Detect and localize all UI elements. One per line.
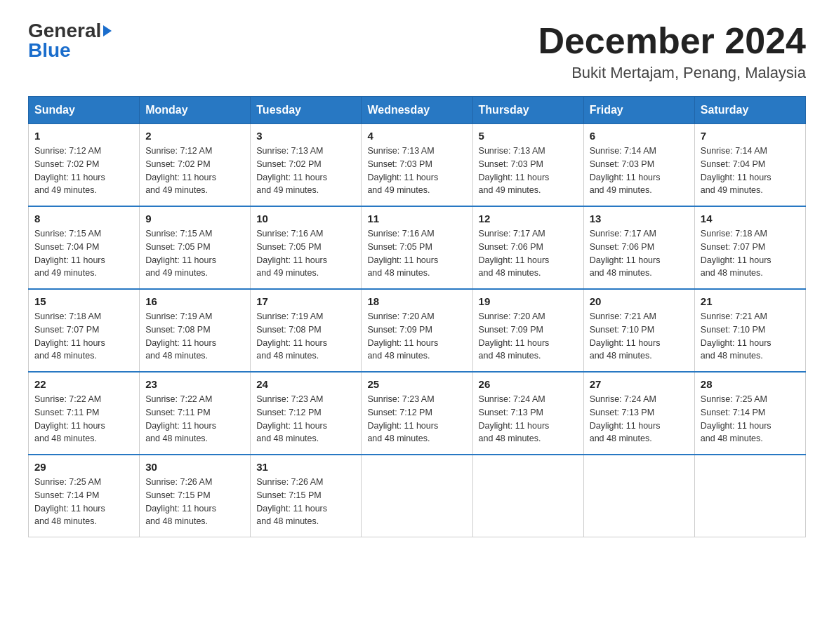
day-info: Sunrise: 7:22 AMSunset: 7:11 PMDaylight:… xyxy=(34,393,133,445)
day-info: Sunrise: 7:23 AMSunset: 7:12 PMDaylight:… xyxy=(367,393,466,445)
day-number: 18 xyxy=(367,295,466,307)
calendar-header-saturday: Saturday xyxy=(694,97,805,124)
day-number: 13 xyxy=(590,213,689,224)
day-number: 26 xyxy=(479,378,578,390)
calendar-header-sunday: Sunday xyxy=(29,97,140,124)
day-number: 17 xyxy=(256,295,355,307)
day-info: Sunrise: 7:23 AMSunset: 7:12 PMDaylight:… xyxy=(256,393,355,445)
day-info: Sunrise: 7:15 AMSunset: 7:05 PMDaylight:… xyxy=(145,227,244,280)
calendar-cell: 22Sunrise: 7:22 AMSunset: 7:11 PMDayligh… xyxy=(29,372,140,455)
day-info: Sunrise: 7:17 AMSunset: 7:06 PMDaylight:… xyxy=(479,227,578,280)
calendar-cell: 11Sunrise: 7:16 AMSunset: 7:05 PMDayligh… xyxy=(362,206,472,289)
calendar-header-wednesday: Wednesday xyxy=(362,97,472,124)
calendar-header-thursday: Thursday xyxy=(472,97,583,124)
day-number: 14 xyxy=(701,213,800,224)
day-number: 7 xyxy=(701,130,800,142)
calendar-cell: 18Sunrise: 7:20 AMSunset: 7:09 PMDayligh… xyxy=(362,289,472,372)
calendar-cell: 16Sunrise: 7:19 AMSunset: 7:08 PMDayligh… xyxy=(140,289,251,372)
day-number: 3 xyxy=(256,130,355,142)
month-title: December 2024 xyxy=(538,21,806,61)
day-info: Sunrise: 7:18 AMSunset: 7:07 PMDaylight:… xyxy=(701,227,800,280)
day-info: Sunrise: 7:16 AMSunset: 7:05 PMDaylight:… xyxy=(256,227,355,280)
day-number: 9 xyxy=(145,213,244,224)
calendar-cell: 23Sunrise: 7:22 AMSunset: 7:11 PMDayligh… xyxy=(140,372,251,455)
day-number: 22 xyxy=(34,378,133,390)
day-info: Sunrise: 7:26 AMSunset: 7:15 PMDaylight:… xyxy=(145,476,244,528)
calendar-cell: 7Sunrise: 7:14 AMSunset: 7:04 PMDaylight… xyxy=(694,124,805,207)
day-info: Sunrise: 7:20 AMSunset: 7:09 PMDaylight:… xyxy=(367,310,466,363)
day-info: Sunrise: 7:14 AMSunset: 7:04 PMDaylight:… xyxy=(701,145,800,197)
calendar-cell xyxy=(362,455,472,537)
day-number: 8 xyxy=(34,213,133,224)
day-number: 4 xyxy=(367,130,466,142)
day-number: 30 xyxy=(145,461,244,473)
logo: General Blue xyxy=(28,21,112,60)
day-info: Sunrise: 7:24 AMSunset: 7:13 PMDaylight:… xyxy=(479,393,578,445)
day-number: 24 xyxy=(256,378,355,390)
calendar-cell: 6Sunrise: 7:14 AMSunset: 7:03 PMDaylight… xyxy=(583,124,694,207)
day-number: 2 xyxy=(145,130,244,142)
day-number: 12 xyxy=(479,213,578,224)
calendar-cell: 26Sunrise: 7:24 AMSunset: 7:13 PMDayligh… xyxy=(472,372,583,455)
calendar-cell: 30Sunrise: 7:26 AMSunset: 7:15 PMDayligh… xyxy=(140,455,251,537)
calendar-header-tuesday: Tuesday xyxy=(251,97,362,124)
day-number: 21 xyxy=(701,295,800,307)
day-info: Sunrise: 7:22 AMSunset: 7:11 PMDaylight:… xyxy=(145,393,244,445)
calendar-week-row: 15Sunrise: 7:18 AMSunset: 7:07 PMDayligh… xyxy=(29,289,806,372)
calendar-cell: 27Sunrise: 7:24 AMSunset: 7:13 PMDayligh… xyxy=(583,372,694,455)
calendar-header-row: SundayMondayTuesdayWednesdayThursdayFrid… xyxy=(29,97,806,124)
day-number: 27 xyxy=(590,378,689,390)
calendar-cell: 5Sunrise: 7:13 AMSunset: 7:03 PMDaylight… xyxy=(472,124,583,207)
day-info: Sunrise: 7:21 AMSunset: 7:10 PMDaylight:… xyxy=(701,310,800,363)
calendar-cell xyxy=(472,455,583,537)
title-section: December 2024 Bukit Mertajam, Penang, Ma… xyxy=(538,21,806,82)
logo-general-text: General xyxy=(28,21,101,41)
calendar-cell: 20Sunrise: 7:21 AMSunset: 7:10 PMDayligh… xyxy=(583,289,694,372)
calendar-cell xyxy=(583,455,694,537)
calendar-cell: 4Sunrise: 7:13 AMSunset: 7:03 PMDaylight… xyxy=(362,124,472,207)
page-header: General Blue December 2024 Bukit Mertaja… xyxy=(28,21,806,82)
day-info: Sunrise: 7:20 AMSunset: 7:09 PMDaylight:… xyxy=(479,310,578,363)
calendar-cell: 25Sunrise: 7:23 AMSunset: 7:12 PMDayligh… xyxy=(362,372,472,455)
day-info: Sunrise: 7:25 AMSunset: 7:14 PMDaylight:… xyxy=(34,476,133,528)
day-info: Sunrise: 7:13 AMSunset: 7:02 PMDaylight:… xyxy=(256,145,355,197)
calendar-header-friday: Friday xyxy=(583,97,694,124)
location-text: Bukit Mertajam, Penang, Malaysia xyxy=(538,64,806,82)
day-number: 23 xyxy=(145,378,244,390)
day-info: Sunrise: 7:13 AMSunset: 7:03 PMDaylight:… xyxy=(479,145,578,197)
day-info: Sunrise: 7:12 AMSunset: 7:02 PMDaylight:… xyxy=(34,145,133,197)
day-number: 25 xyxy=(367,378,466,390)
calendar-cell: 3Sunrise: 7:13 AMSunset: 7:02 PMDaylight… xyxy=(251,124,362,207)
day-number: 19 xyxy=(479,295,578,307)
day-info: Sunrise: 7:25 AMSunset: 7:14 PMDaylight:… xyxy=(701,393,800,445)
calendar-cell: 29Sunrise: 7:25 AMSunset: 7:14 PMDayligh… xyxy=(29,455,140,537)
logo-arrow-icon xyxy=(103,25,112,36)
calendar-week-row: 8Sunrise: 7:15 AMSunset: 7:04 PMDaylight… xyxy=(29,206,806,289)
calendar-cell: 28Sunrise: 7:25 AMSunset: 7:14 PMDayligh… xyxy=(694,372,805,455)
calendar-cell: 24Sunrise: 7:23 AMSunset: 7:12 PMDayligh… xyxy=(251,372,362,455)
day-info: Sunrise: 7:15 AMSunset: 7:04 PMDaylight:… xyxy=(34,227,133,280)
calendar-cell: 21Sunrise: 7:21 AMSunset: 7:10 PMDayligh… xyxy=(694,289,805,372)
day-info: Sunrise: 7:16 AMSunset: 7:05 PMDaylight:… xyxy=(367,227,466,280)
calendar-cell: 8Sunrise: 7:15 AMSunset: 7:04 PMDaylight… xyxy=(29,206,140,289)
logo-blue-text: Blue xyxy=(28,41,71,60)
day-number: 28 xyxy=(701,378,800,390)
day-number: 31 xyxy=(256,461,355,473)
day-info: Sunrise: 7:19 AMSunset: 7:08 PMDaylight:… xyxy=(145,310,244,363)
calendar-cell: 31Sunrise: 7:26 AMSunset: 7:15 PMDayligh… xyxy=(251,455,362,537)
day-info: Sunrise: 7:19 AMSunset: 7:08 PMDaylight:… xyxy=(256,310,355,363)
calendar-cell: 9Sunrise: 7:15 AMSunset: 7:05 PMDaylight… xyxy=(140,206,251,289)
calendar-header-monday: Monday xyxy=(140,97,251,124)
day-info: Sunrise: 7:14 AMSunset: 7:03 PMDaylight:… xyxy=(590,145,689,197)
calendar-cell: 15Sunrise: 7:18 AMSunset: 7:07 PMDayligh… xyxy=(29,289,140,372)
day-number: 20 xyxy=(590,295,689,307)
day-info: Sunrise: 7:17 AMSunset: 7:06 PMDaylight:… xyxy=(590,227,689,280)
calendar-cell: 13Sunrise: 7:17 AMSunset: 7:06 PMDayligh… xyxy=(583,206,694,289)
day-info: Sunrise: 7:26 AMSunset: 7:15 PMDaylight:… xyxy=(256,476,355,528)
day-number: 11 xyxy=(367,213,466,224)
day-number: 29 xyxy=(34,461,133,473)
calendar-cell: 12Sunrise: 7:17 AMSunset: 7:06 PMDayligh… xyxy=(472,206,583,289)
day-number: 5 xyxy=(479,130,578,142)
day-number: 6 xyxy=(590,130,689,142)
calendar-cell: 10Sunrise: 7:16 AMSunset: 7:05 PMDayligh… xyxy=(251,206,362,289)
